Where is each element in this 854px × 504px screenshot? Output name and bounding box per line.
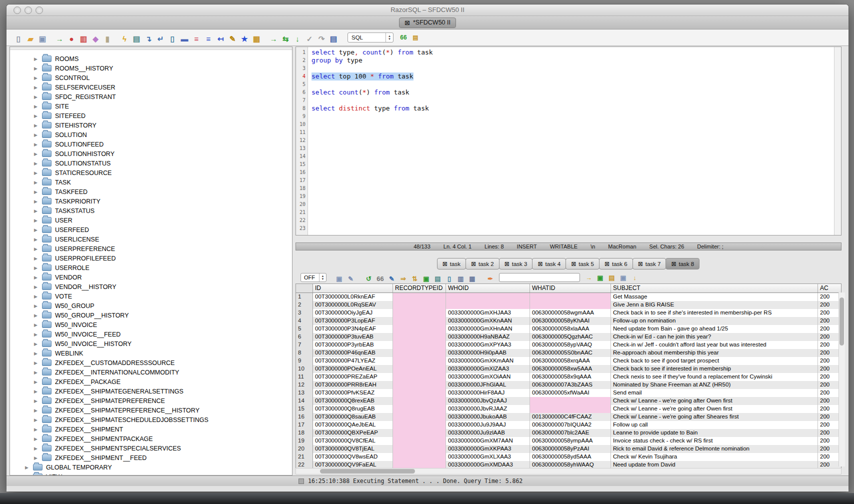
limit-dropdown[interactable]: OFF ▲▼: [300, 273, 326, 282]
filter-input[interactable]: [499, 273, 580, 282]
cell-whoid[interactable]: 0033000000GmXPYAA3: [446, 341, 530, 349]
cell-id[interactable]: 00T3000000PRR8rEAH: [313, 381, 393, 389]
cell-activitydate[interactable]: 200: [818, 429, 841, 437]
disclosure-triangle-icon[interactable]: ▶: [34, 351, 38, 356]
window-refresh-icon[interactable]: ▣: [422, 274, 431, 284]
cell-whatid[interactable]: 00630000005QgzhAAC: [530, 333, 611, 341]
disclosure-triangle-icon[interactable]: ▶: [34, 85, 38, 90]
code-line-9[interactable]: [312, 112, 834, 120]
result-tab-close-icon[interactable]: ⊠: [538, 260, 542, 268]
cell-id[interactable]: 00T3000000POeAnEAL: [313, 365, 393, 373]
disclosure-triangle-icon[interactable]: ▶: [34, 456, 38, 460]
disclosure-triangle-icon[interactable]: ▶: [34, 398, 38, 404]
result-tab[interactable]: ⊠ task 6: [599, 258, 633, 270]
disclosure-triangle-icon[interactable]: ▶: [34, 66, 38, 71]
cell-id[interactable]: 00T3000000P3LopEAF: [313, 317, 393, 325]
cell-id[interactable]: 00T3000000L0RqSEAV: [313, 301, 393, 309]
column-header-subject[interactable]: SUBJECT: [611, 284, 818, 292]
cell-activitydate[interactable]: 200: [818, 349, 841, 357]
insert-row-icon[interactable]: ⇒: [398, 274, 408, 284]
page-icon[interactable]: ▯: [444, 274, 454, 284]
table-row[interactable]: 20 00T3000000QV8TjEAL 0033000000GmXKPAA3…: [296, 445, 841, 453]
tree-item-table[interactable]: ▶ SFDC_REGISTRANT: [10, 92, 292, 102]
notes-icon[interactable]: ▤: [607, 273, 616, 282]
disclosure-triangle-icon[interactable]: ▶: [34, 76, 38, 80]
result-tab-close-icon[interactable]: ⊠: [571, 260, 576, 268]
disclosure-triangle-icon[interactable]: ▶: [34, 332, 38, 337]
cell-recordtypeid[interactable]: [393, 293, 446, 301]
mode-dropdown[interactable]: SQL ▲▼: [348, 32, 394, 42]
tree-item-table[interactable]: ▶ ZKFEDEX__SHIPMATEPREFERENCE__HISTORY: [10, 406, 292, 415]
cell-activitydate[interactable]: 200: [818, 333, 841, 341]
list-icon[interactable]: ≡: [192, 34, 202, 44]
save-grid-icon[interactable]: ▣: [618, 273, 628, 282]
tree-item-root[interactable]: ▶ GLOBAL TEMPORARY: [10, 462, 292, 472]
tree-item-table[interactable]: ▶ SOLUTION: [10, 130, 292, 140]
tree-item-table[interactable]: ▶ SELFSERVICEUSER: [10, 82, 292, 92]
cell-id[interactable]: 00T3000000QBXPeEAP: [313, 429, 393, 437]
cell-activitydate[interactable]: 200: [818, 389, 841, 397]
code-line-2[interactable]: group by type: [312, 56, 834, 64]
disclosure-triangle-icon[interactable]: ▶: [34, 313, 38, 318]
cell-id[interactable]: 00T3000000P46qnEAB: [313, 349, 393, 357]
cell-subject[interactable]: Check w/ Leanne - we're going after Shea…: [611, 413, 818, 421]
table-row[interactable]: 7 00T3000000P3yrbEAB 0033000000GmXPYAA3 …: [296, 341, 841, 349]
table-row[interactable]: 12 00T3000000PRR8rEAH 0033000000JFhGlAAL…: [296, 381, 841, 389]
disclosure-triangle-icon[interactable]: ▶: [25, 465, 30, 470]
disclosure-triangle-icon[interactable]: ▶: [34, 56, 38, 62]
cell-whoid[interactable]: [446, 301, 530, 309]
cell-whatid[interactable]: 0013000000C4fFCAAZ: [530, 413, 611, 421]
toolbar-icon[interactable]: [264, 32, 268, 42]
tree-item-table[interactable]: ▶ ZKFEDEX__SHIPMATEPREFERENCE: [10, 396, 292, 406]
tree-item-table[interactable]: ▶ VENDOR: [10, 272, 292, 282]
save-icon[interactable]: ▣: [38, 34, 48, 44]
cell-id[interactable]: 00T3000000QV8TjEAL: [313, 445, 393, 453]
go-icon[interactable]: →: [584, 273, 594, 282]
result-tab[interactable]: ⊠ task 2: [466, 258, 500, 270]
result-tab[interactable]: ⊠ task 7: [632, 258, 666, 270]
cell-activitydate[interactable]: 200: [818, 293, 841, 301]
table-row[interactable]: 9 00T3000000P47LYEAZ 0033000000GmXKmAAN …: [296, 357, 841, 365]
cell-subject[interactable]: Re-approach about membership this year: [611, 349, 818, 357]
cell-recordtypeid[interactable]: [393, 357, 446, 365]
cell-recordtypeid[interactable]: [393, 301, 446, 309]
cell-recordtypeid[interactable]: [393, 389, 446, 397]
tree-item-table[interactable]: ▶ W50_INVOICE__HISTORY: [10, 339, 292, 348]
table-row[interactable]: 4 00T3000000P3LopEAF 0033000000GmXKnAAN …: [296, 317, 841, 325]
table-row[interactable]: 15 00T3000000Q8rugEAB 0033000000JbvRJAAZ…: [296, 405, 841, 413]
code-line-5[interactable]: [312, 80, 834, 88]
fetch-icon[interactable]: ↓: [292, 34, 302, 44]
table-row[interactable]: 18 00T3000000QBXPeEAP 0033000000Ju9zlAAB…: [296, 429, 841, 437]
cell-subject[interactable]: Check-in w/ Ed - can he join this year?: [611, 333, 818, 341]
cell-subject[interactable]: Check nexis to see if they've found a re…: [611, 373, 818, 381]
tree-item-table[interactable]: ▶ SITEHISTORY: [10, 120, 292, 130]
book-icon[interactable]: ▬: [180, 34, 190, 44]
disclosure-triangle-icon[interactable]: ▶: [34, 322, 38, 328]
log-icon[interactable]: ▤: [410, 32, 420, 42]
cell-id[interactable]: 00T3000000PfvKSEAZ: [313, 389, 393, 397]
cell-id[interactable]: 00T3000000OiyJgEAJ: [313, 309, 393, 317]
column-header-whoid[interactable]: WHOID: [446, 284, 530, 292]
save-results-icon[interactable]: ▣: [334, 274, 344, 284]
disclosure-triangle-icon[interactable]: ▶: [34, 218, 38, 223]
disclosure-triangle-icon[interactable]: ▶: [34, 380, 38, 384]
document-icon[interactable]: ▯: [168, 34, 178, 44]
cell-whatid[interactable]: 006300000058ympAAA: [530, 437, 611, 445]
cell-whoid[interactable]: 0033000000GmXKPAA3: [446, 445, 530, 453]
refresh-results-icon[interactable]: ↺: [364, 274, 374, 284]
tree-item-table[interactable]: ▶ ROOMS: [10, 54, 292, 64]
autocomplete-icon[interactable]: 66: [398, 32, 408, 42]
cell-whatid[interactable]: 006300000058xrqAAA: [530, 357, 611, 365]
result-tab-close-icon[interactable]: ⊠: [504, 260, 510, 268]
cell-activitydate[interactable]: 200: [818, 437, 841, 445]
download-icon[interactable]: ↓: [630, 273, 640, 282]
code-line-4[interactable]: select top 100 * from task: [312, 72, 834, 80]
tree-item-table[interactable]: ▶ W50_INVOICE__FEED: [10, 330, 292, 339]
db-object-icon[interactable]: ▮: [102, 34, 112, 44]
cell-whoid[interactable]: 0033000000GmXKmAAN: [446, 357, 530, 365]
cell-subject[interactable]: Check back to see if good target prospec…: [611, 357, 818, 365]
cell-subject[interactable]: Invoice status check - check w/ RS first: [611, 437, 818, 445]
cell-recordtypeid[interactable]: [393, 397, 446, 405]
disclosure-triangle-icon[interactable]: ▶: [34, 104, 38, 109]
cell-whoid[interactable]: 0033000000GmXM7AAN: [446, 437, 530, 445]
